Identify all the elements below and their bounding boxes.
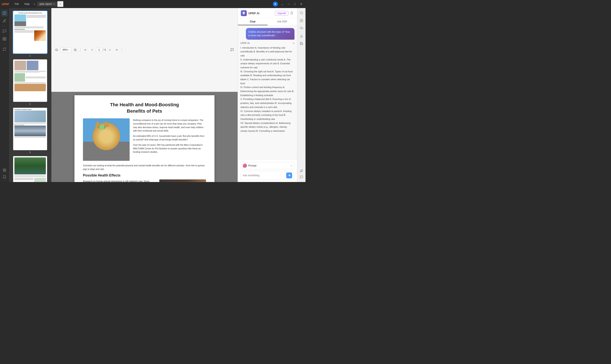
next-page-button[interactable]	[107, 48, 113, 52]
thumbnail-4[interactable]: 4	[9, 155, 51, 182]
page-display: / 6	[96, 48, 106, 52]
svg-rect-4	[3, 37, 4, 39]
ai-prompt-icon	[243, 164, 247, 168]
tab-list-button[interactable]: ⌄	[280, 2, 285, 6]
ai-right-text-icon[interactable]	[298, 17, 305, 24]
tab-bar: pets report ✕ +	[37, 1, 271, 7]
content-area: 86% ▾ / 6	[51, 8, 238, 182]
ai-right-save-icon[interactable]	[298, 40, 305, 47]
ai-bottom: Prompt ▾	[238, 160, 297, 182]
ai-response-header: UPDF AI ⧉	[240, 42, 295, 45]
app-logo: UPDF	[2, 2, 9, 6]
thumb-page-num-3: 3	[11, 151, 49, 154]
minimize-button[interactable]: ─	[286, 2, 291, 6]
zoom-display: 86% ▾	[61, 48, 71, 52]
zoom-in-button[interactable]	[73, 48, 78, 52]
page-separator: /	[103, 48, 104, 51]
upgrade-button[interactable]: Upgrade	[275, 11, 288, 15]
ai-panel-icons: Upgrade	[275, 11, 294, 15]
thumbnail-1[interactable]: The Health and Mood-Boosting Benefits of…	[9, 10, 51, 58]
ai-header-left: UPDF AI	[241, 10, 260, 16]
svg-rect-7	[5, 39, 6, 40]
ai-lock-icon[interactable]	[289, 11, 294, 15]
tab-dropdown-icon[interactable]: ▾	[33, 3, 36, 5]
close-button[interactable]: ✕	[299, 2, 304, 6]
svg-line-10	[57, 50, 58, 51]
page-total: 6	[104, 48, 106, 51]
svg-line-20	[302, 13, 303, 14]
ai-right-upload-icon[interactable]	[298, 25, 305, 31]
pdf-cat-image	[83, 118, 130, 161]
ai-right-chat-icon[interactable]	[298, 174, 305, 180]
ai-ask-input[interactable]	[243, 174, 285, 177]
ai-response-label: UPDF AI	[240, 42, 250, 44]
pdf-intro-section: Nothing compares to the joy of coming ho…	[83, 118, 206, 161]
title-bar: UPDF File Help ▾ pets report ✕ + B ⌄ ─ □…	[0, 0, 306, 8]
ai-response-content: I. Introduction A. Importance of feeding…	[240, 46, 295, 133]
ai-logo-icon	[241, 10, 247, 16]
ai-right-download-icon[interactable]	[298, 33, 305, 39]
comment-button[interactable]	[229, 47, 235, 52]
ai-right-icons	[297, 8, 306, 182]
prev-page-button[interactable]	[89, 48, 95, 52]
ai-chat-area[interactable]: Outline structure with the topic of "how…	[238, 26, 297, 160]
thumb-page-num-1: 1	[11, 54, 49, 57]
pdf-full-para: Scientists are looking at what the poten…	[83, 164, 206, 171]
tab-pets-report[interactable]: pets report ✕	[37, 2, 57, 6]
sidebar-sep-2	[2, 44, 7, 44]
pdf-page-1: The Health and Mood-Boosting Benefits of…	[75, 95, 214, 182]
toolbar: 86% ▾ / 6	[51, 8, 238, 92]
sidebar-icon-comment[interactable]	[1, 28, 8, 35]
thumb-page-num-2: 2	[11, 103, 49, 105]
zoom-value: 86%	[63, 48, 68, 51]
thumbnail-panel: The Health and Mood-Boosting Benefits of…	[9, 8, 51, 182]
last-page-button[interactable]	[114, 48, 119, 52]
add-tab-button[interactable]: +	[57, 1, 64, 7]
svg-marker-18	[288, 174, 290, 177]
sidebar-icon-convert[interactable]	[1, 46, 8, 52]
pdf-health-section: Research on human-animal interactions is…	[83, 180, 206, 182]
help-menu[interactable]: Help	[22, 2, 32, 6]
ai-right-puzzle-icon[interactable]	[298, 168, 305, 174]
sidebar-icon-annotate[interactable]	[1, 17, 8, 24]
pdf-dog-image	[159, 180, 206, 182]
ai-prompt-dropdown-icon: ▾	[291, 165, 292, 167]
maximize-button[interactable]: □	[293, 2, 297, 6]
ai-panel-title: UPDF AI	[248, 12, 260, 15]
close-tab-icon[interactable]: ✕	[53, 3, 55, 5]
sidebar-icon-edit[interactable]	[1, 10, 8, 16]
pdf-section-title: Possible Health Effects	[83, 173, 206, 177]
thumbnail-img-2	[13, 59, 47, 102]
zoom-dropdown-icon[interactable]: ▾	[68, 49, 69, 51]
page-number-input[interactable]	[96, 48, 102, 52]
thumbnail-3[interactable]: A Key Phase in the History of Tourism Wh…	[9, 106, 51, 155]
ai-right-bottom-icons	[298, 168, 305, 180]
main-layout: The Health and Mood-Boosting Benefits of…	[0, 8, 306, 182]
zoom-out-button[interactable]	[54, 48, 59, 52]
pdf-scroll-area[interactable]: The Health and Mood-Boosting Benefits of…	[51, 92, 238, 182]
pdf-health-text: Research on human-animal interactions is…	[83, 180, 156, 182]
sidebar-icon-layers[interactable]	[1, 167, 8, 173]
tab-ask-pdf[interactable]: Ask PDF	[268, 18, 297, 25]
thumbnail-img-4	[13, 156, 47, 182]
thumbnail-2[interactable]: 2	[9, 58, 51, 106]
ai-right-search-icon[interactable]	[298, 10, 305, 16]
svg-point-19	[300, 12, 302, 14]
ai-send-button[interactable]	[286, 172, 292, 178]
sidebar-icon-bookmark[interactable]	[1, 173, 8, 180]
user-avatar: B	[273, 1, 278, 7]
sidebar-bottom	[1, 167, 8, 180]
thumbnail-img-1: The Health and Mood-Boosting Benefits of…	[13, 11, 47, 53]
sidebar-icon-organize[interactable]	[1, 35, 8, 42]
ai-tabs: Chat Ask PDF	[238, 18, 297, 26]
file-menu[interactable]: File	[13, 2, 21, 6]
tab-chat[interactable]: Chat	[238, 18, 268, 25]
ai-prompt-label: Prompt	[248, 164, 290, 167]
svg-rect-6	[3, 39, 4, 40]
ai-panel: UPDF AI Upgrade Chat Ask PDF Outline str…	[238, 8, 297, 182]
svg-line-13	[76, 50, 77, 51]
ai-prompt-bar[interactable]: Prompt ▾	[240, 162, 295, 169]
first-page-button[interactable]	[82, 48, 88, 52]
ai-copy-button[interactable]: ⧉	[293, 42, 295, 45]
svg-rect-5	[5, 37, 6, 39]
